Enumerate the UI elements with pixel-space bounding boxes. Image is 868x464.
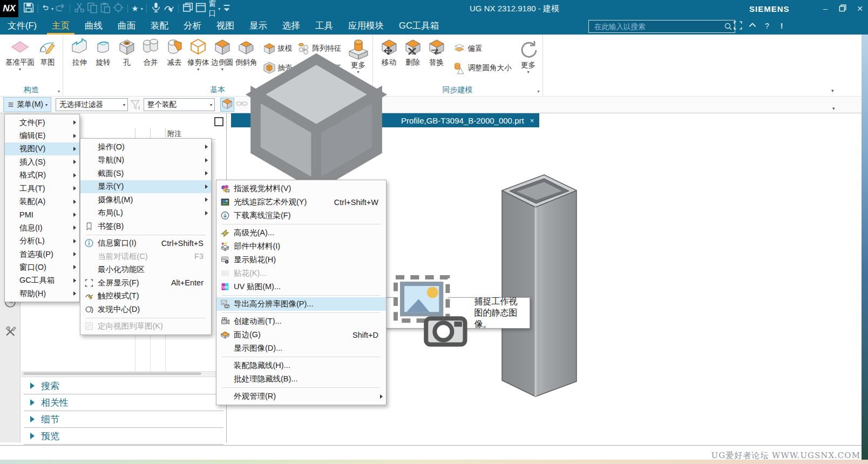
ribbon-tab[interactable]: 选择 (275, 17, 308, 35)
menu-item[interactable]: UV UV 贴图(M)... (216, 280, 386, 294)
menu-item[interactable]: 插入(S) (5, 155, 79, 168)
scrollbar-thumb[interactable] (23, 372, 201, 375)
menu-item[interactable]: 批处理隐藏线(B)... (216, 372, 386, 386)
dropdown-caret-icon[interactable]: ▾ (221, 67, 223, 71)
ribbon-button[interactable]: 删除▾ (401, 37, 425, 68)
ribbon-tab[interactable]: 曲面 (110, 17, 143, 35)
ribbon-button[interactable]: 草图▾ (36, 37, 59, 68)
3d-part-rectangular-tube[interactable] (480, 170, 599, 402)
command-search[interactable] (588, 20, 735, 33)
search-input[interactable] (593, 22, 724, 31)
menu-item[interactable]: 书签(B) (80, 220, 211, 233)
menu-item[interactable]: 发现中心(D) (80, 303, 211, 316)
ribbon-tab[interactable]: 文件(F) (0, 17, 44, 35)
quick-access-button[interactable] (23, 3, 35, 15)
ribbon-tab[interactable]: 曲线 (77, 17, 110, 35)
ribbon-button[interactable]: 边倒圆▾ (211, 37, 235, 72)
quick-access-button[interactable] (112, 3, 124, 15)
menu-item[interactable]: 首选项(P) (5, 248, 79, 261)
ribbon-small-button[interactable]: 调整圆角大小 (451, 58, 513, 78)
menu-item[interactable]: 定向视图到草图(K) (80, 320, 211, 333)
tab-close-icon[interactable]: × (530, 117, 534, 125)
menu-item[interactable]: 外观管理(R) (216, 390, 386, 403)
quick-access-button[interactable] (99, 3, 111, 15)
document-tab[interactable]: Profile,GB-T3094_B-2000_000.prt × (231, 113, 539, 127)
menu-item[interactable]: 分析(L) (5, 235, 79, 248)
menu-item[interactable]: 显示(Y) (80, 180, 211, 194)
menu-item[interactable]: 触控模式(T) (80, 290, 211, 303)
menu-item[interactable]: 显示图像(D)... (216, 342, 386, 355)
ribbon-tab[interactable]: 应用模块 (341, 17, 391, 35)
ribbon-tab[interactable]: 分析 (176, 17, 209, 35)
menu-item[interactable]: 创建动画(T)... (216, 315, 386, 328)
ribbon-tab[interactable]: 显示 (242, 17, 275, 35)
menu-item[interactable]: 装配隐藏线(H)... (216, 359, 386, 372)
ribbon-button[interactable]: 基准平面▾ (4, 37, 36, 72)
selection-tool-button[interactable] (221, 98, 234, 111)
selbar-overflow-caret-icon[interactable]: ▾ (832, 106, 835, 111)
ribbon-button[interactable]: 孔▾ (115, 37, 139, 68)
funnel-icon[interactable] (130, 98, 143, 111)
menu-item[interactable]: 下载离线渲染(F) (216, 209, 386, 222)
group-dialog-caret-icon[interactable]: ▾ (537, 89, 539, 94)
menu-item[interactable]: 信息(I) (5, 221, 79, 234)
ribbon-button[interactable]: 合并▾ (139, 37, 162, 68)
quick-access-button[interactable] (221, 3, 233, 15)
menu-item[interactable]: 帮助(H) (5, 287, 79, 300)
menu-item[interactable]: 最小化功能区 (80, 263, 211, 277)
menu-item[interactable]: 信息窗口(I) Ctrl+Shift+S (80, 237, 211, 250)
quick-access-button[interactable] (163, 3, 175, 15)
ribbon-small-button[interactable]: 偏置 (451, 39, 513, 58)
header-utility-button[interactable]: ! (777, 21, 786, 31)
menu-item[interactable]: 当前对话框(C) F3 (80, 250, 211, 263)
window-control-button[interactable] (838, 4, 847, 13)
ribbon-button[interactable]: 拉伸▾ (67, 37, 91, 68)
quick-access-button[interactable] (86, 3, 98, 15)
selection-scope-dropdown[interactable]: 整个装配▾ (144, 98, 215, 111)
menu-item[interactable]: 摄像机(M) (80, 193, 211, 207)
menu-item[interactable]: 贴花(K)... (216, 267, 386, 280)
menu-item[interactable]: 视图(V) (5, 142, 79, 155)
menu-item[interactable]: 装配(A) (5, 195, 79, 208)
menu-button[interactable]: 菜单(M) ▾ (3, 97, 51, 112)
menu-item[interactable]: 导航(N) (80, 154, 211, 167)
quick-access-button[interactable] (182, 3, 194, 15)
menu-item[interactable]: 格式(R) (5, 169, 79, 182)
menu-item[interactable]: 文件(F) (5, 116, 79, 129)
menu-item[interactable]: 部件中材料(I) (216, 240, 386, 253)
quick-access-button[interactable]: ★ (131, 3, 143, 15)
ribbon-tab[interactable]: 主页 (44, 17, 77, 35)
horizontal-scrollbar[interactable] (22, 371, 223, 377)
header-utility-button[interactable] (733, 21, 743, 31)
quick-access-button[interactable] (150, 3, 162, 15)
selection-filter-dropdown[interactable]: 无选择过滤器▾ (56, 98, 128, 111)
menu-item[interactable]: 全屏显示(F) Alt+Enter (80, 276, 211, 290)
quick-access-button[interactable] (55, 3, 66, 15)
menu-item[interactable]: 工具(T) (5, 182, 79, 195)
menu-item[interactable]: 截面(S) (80, 167, 211, 180)
collapsible-section[interactable]: 预览 (24, 428, 223, 445)
menu-item[interactable]: 导出高分辨率图像(P)... (216, 297, 386, 311)
ribbon-tab[interactable]: 视图 (209, 17, 242, 35)
ribbon-overflow-caret-icon[interactable]: ▾ (831, 88, 834, 93)
menu-item[interactable]: 操作(O) (80, 140, 211, 154)
header-utility-button[interactable] (748, 21, 757, 31)
window-control-button[interactable]: – (820, 4, 830, 13)
quick-access-button[interactable] (42, 3, 53, 15)
menu-item[interactable]: 编辑(E) (5, 129, 79, 142)
dropdown-caret-icon[interactable]: ▾ (19, 67, 21, 71)
quick-access-button[interactable] (195, 3, 207, 15)
menu-item[interactable]: 显示贴花(H) (216, 253, 386, 267)
menu-item[interactable]: 面边(G) Shift+D (216, 328, 386, 342)
ribbon-button[interactable]: 减去▾ (162, 37, 186, 68)
menu-item[interactable]: 光线追踪艺术外观(Y) Ctrl+Shift+W (216, 195, 386, 209)
panel-maximize-button[interactable] (214, 117, 223, 126)
menu-item[interactable]: 指派视觉材料(V) (216, 182, 386, 195)
nx-logo[interactable]: NX (0, 0, 18, 17)
menu-item[interactable]: 高级光(A)... (216, 226, 386, 240)
quick-access-button[interactable] (73, 3, 85, 15)
ribbon-tab[interactable]: GC工具箱 (391, 17, 446, 35)
ribbon-tab[interactable]: 工具 (308, 17, 341, 35)
group-dialog-caret-icon[interactable]: ▾ (58, 89, 60, 94)
menu-item[interactable]: PMI (5, 208, 79, 221)
